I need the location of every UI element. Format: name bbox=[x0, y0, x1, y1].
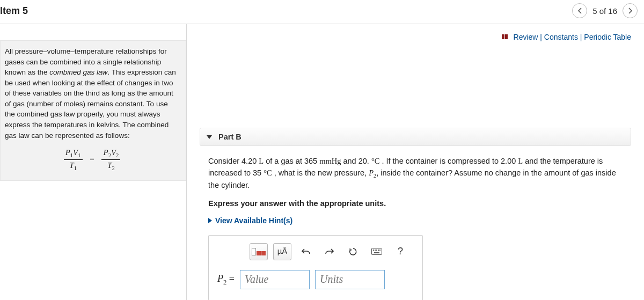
flag-icon bbox=[502, 33, 509, 42]
svg-rect-0 bbox=[502, 34, 504, 39]
chevron-right-icon bbox=[628, 8, 633, 14]
reset-icon bbox=[349, 247, 357, 256]
templates-button[interactable] bbox=[250, 243, 268, 260]
intro-box: All pressure–volume–temperature relation… bbox=[0, 40, 186, 181]
svg-rect-7 bbox=[379, 250, 380, 251]
reset-button[interactable] bbox=[344, 243, 362, 260]
svg-rect-2 bbox=[372, 248, 382, 255]
answer-toolbar: µÅ ? bbox=[217, 243, 414, 260]
svg-rect-1 bbox=[505, 34, 508, 39]
top-links: Review | Constants | Periodic Table bbox=[200, 33, 631, 42]
instruction: Express your answer with the appropriate… bbox=[208, 198, 627, 210]
chevron-left-icon bbox=[577, 8, 582, 14]
part-header[interactable]: Part B bbox=[200, 128, 631, 146]
view-hints-button[interactable]: View Available Hint(s) bbox=[208, 215, 627, 226]
body: All pressure–volume–temperature relation… bbox=[0, 24, 644, 300]
svg-rect-5 bbox=[376, 250, 377, 251]
caret-right-icon bbox=[208, 218, 212, 223]
part-content: Consider 4.20 L of a gas at 365 mmHg and… bbox=[200, 156, 631, 300]
question-text: Consider 4.20 L of a gas at 365 mmHg and… bbox=[208, 156, 627, 192]
main: Review | Constants | Periodic Table Part… bbox=[187, 24, 644, 300]
pager: 5 of 16 bbox=[572, 3, 638, 18]
redo-icon bbox=[325, 248, 334, 255]
constants-link[interactable]: Constants bbox=[544, 33, 578, 41]
review-link[interactable]: Review bbox=[514, 33, 538, 41]
value-input[interactable] bbox=[240, 270, 310, 289]
formula: P1V1 T1 = P2V2 T2 bbox=[5, 147, 179, 172]
header: Item 5 5 of 16 bbox=[0, 0, 644, 24]
intro-em: combined gas law bbox=[49, 68, 107, 76]
item-title: Item 5 bbox=[0, 5, 28, 17]
svg-rect-6 bbox=[378, 250, 379, 251]
next-button[interactable] bbox=[623, 3, 638, 18]
sidebar: All pressure–volume–temperature relation… bbox=[0, 24, 187, 300]
svg-rect-4 bbox=[375, 250, 376, 251]
answer-label: P2 = bbox=[217, 272, 235, 287]
svg-rect-8 bbox=[374, 252, 379, 253]
units-input[interactable] bbox=[315, 270, 385, 289]
redo-button[interactable] bbox=[320, 243, 339, 260]
part-title: Part B bbox=[218, 133, 241, 141]
frac-1: P1V1 T1 bbox=[64, 147, 83, 172]
units-symbol-button[interactable]: µÅ bbox=[273, 243, 291, 260]
periodic-table-link[interactable]: Periodic Table bbox=[584, 33, 631, 41]
answer-box: µÅ ? P2 bbox=[208, 235, 423, 300]
templates-icon bbox=[252, 248, 266, 255]
svg-rect-3 bbox=[373, 250, 374, 251]
help-button[interactable]: ? bbox=[391, 243, 409, 260]
undo-button[interactable] bbox=[297, 243, 315, 260]
undo-icon bbox=[302, 248, 310, 255]
hints-label: View Available Hint(s) bbox=[215, 215, 292, 226]
prev-button[interactable] bbox=[572, 3, 587, 18]
keyboard-button[interactable] bbox=[368, 243, 386, 260]
pager-text: 5 of 16 bbox=[592, 6, 617, 16]
answer-row: P2 = bbox=[217, 270, 414, 289]
intro-text-2: . This expression can be used when looki… bbox=[5, 68, 176, 139]
caret-down-icon bbox=[207, 135, 212, 139]
frac-2: P2V2 T2 bbox=[101, 147, 120, 172]
keyboard-icon bbox=[371, 248, 382, 255]
